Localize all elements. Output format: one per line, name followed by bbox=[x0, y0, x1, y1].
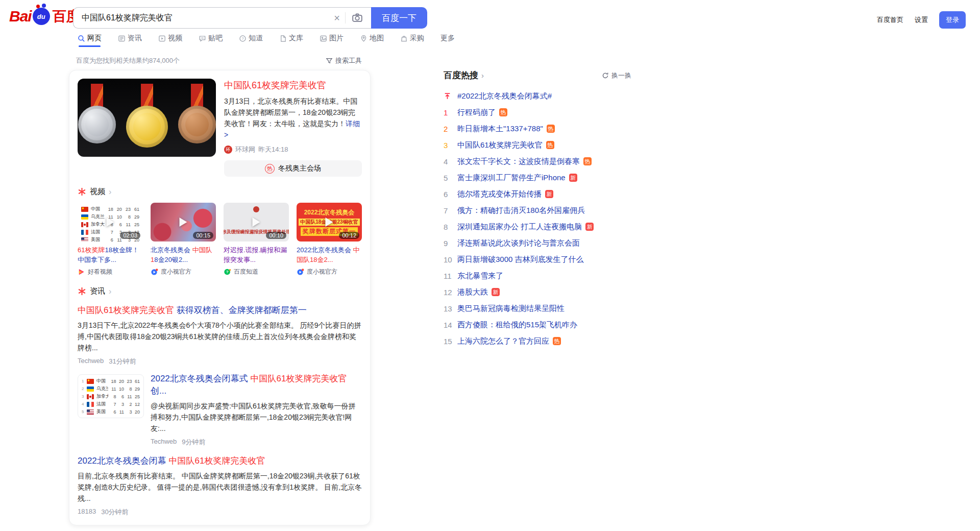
video-title[interactable]: 对迟报.谎报.瞒报和漏报突发事... bbox=[224, 245, 289, 264]
hot-search-item: 13奥巴马新冠病毒检测结果呈阳性 bbox=[444, 300, 631, 317]
tab-采购[interactable]: 采购 bbox=[400, 34, 424, 47]
camera-icon[interactable] bbox=[346, 12, 365, 23]
clear-icon[interactable]: × bbox=[329, 12, 345, 24]
video-title[interactable]: 61枚奖牌18枚金牌！中国拿下多... bbox=[78, 245, 143, 264]
news-title[interactable]: 2022北京冬残奥会闭幕 中国队61枚奖牌完美收官 bbox=[78, 455, 362, 467]
hot-search-item: 7俄方：精确打击消灭180名外国雇佣兵 bbox=[444, 202, 631, 219]
tab-网页[interactable]: 网页 bbox=[78, 34, 102, 47]
hot-search-list: #2022北京冬残奥会闭幕式#1行程码崩了热2昨日新增本土"1337+788"热… bbox=[444, 88, 631, 349]
funnel-icon bbox=[326, 57, 333, 64]
settings-link[interactable]: 设置 bbox=[915, 15, 928, 25]
baidu-home-link[interactable]: 百度首页 bbox=[877, 15, 903, 25]
rank: 5 bbox=[82, 409, 84, 414]
hot-search-header[interactable]: 百度热搜 › bbox=[444, 69, 484, 81]
baidu-logo[interactable]: Bai du 百度 bbox=[9, 7, 80, 26]
news-title[interactable]: 2022北京冬残奥会闭幕式 中国队61枚奖牌完美收官 创... bbox=[151, 373, 362, 397]
medal-count: 6 bbox=[119, 394, 125, 399]
hot-search-link[interactable]: 张文宏千字长文：这波疫情是倒春寒 bbox=[457, 157, 580, 166]
tab-label: 图片 bbox=[329, 34, 344, 43]
chevron-right-icon: › bbox=[481, 71, 484, 80]
hot-search-link[interactable]: #2022北京冬残奥会闭幕式# bbox=[457, 91, 552, 101]
country-name: 乌克兰 bbox=[91, 213, 105, 220]
medal-count: 23 bbox=[125, 207, 131, 212]
play-icon bbox=[253, 218, 260, 227]
video-title[interactable]: 北京冬残奥会 中国队18金20银2... bbox=[151, 245, 216, 264]
video-source: 度小视官方 bbox=[151, 268, 216, 276]
hot-search-item: 14西方傻眼：租给俄的515架飞机咋办 bbox=[444, 317, 631, 333]
text-part: 中国队61枚奖牌完美收官 bbox=[78, 305, 177, 315]
hot-rank: 12 bbox=[444, 288, 457, 297]
refresh-button[interactable]: 换一换 bbox=[602, 71, 631, 80]
duxiaoshi-icon bbox=[297, 268, 304, 276]
svg-text:?: ? bbox=[241, 36, 243, 41]
country-name: 乌克兰 bbox=[96, 385, 108, 392]
medal-standings-thumb[interactable]: 1中国182023612乌克兰11108293加拿大8611254法国73212… bbox=[78, 374, 144, 418]
video-section-title: 视频 bbox=[90, 187, 105, 197]
news-time: 30分钟前 bbox=[101, 508, 128, 517]
video-list: 中国18202361乌克兰1110829加拿大861125法国73212美国61… bbox=[78, 203, 362, 276]
tab-视频[interactable]: 视频 bbox=[158, 34, 182, 47]
hot-topic-bar[interactable]: 热 冬残奥主会场 bbox=[224, 160, 362, 177]
hot-search-link[interactable]: 德尔塔克戎变体开始传播 bbox=[457, 189, 542, 199]
medal-count: 29 bbox=[133, 214, 139, 220]
search-button[interactable]: 百度一下 bbox=[371, 7, 427, 29]
tab-更多[interactable]: 更多 bbox=[440, 34, 455, 47]
tab-知道[interactable]: ?知道 bbox=[239, 34, 263, 47]
search-form: × 百度一下 bbox=[73, 7, 427, 29]
medals-image[interactable] bbox=[78, 79, 216, 157]
hot-search-link[interactable]: 俄方：精确打击消灭180名外国雇佣兵 bbox=[457, 206, 585, 215]
hot-search-link[interactable]: 两日新增破3000 吉林到底发生了什么 bbox=[457, 255, 584, 264]
card-time: 昨天14:18 bbox=[258, 145, 288, 154]
news-section-header[interactable]: 资讯 › bbox=[78, 286, 362, 296]
tieba-icon bbox=[199, 35, 206, 42]
tab-地图[interactable]: 地图 bbox=[360, 34, 384, 47]
card-title[interactable]: 中国队61枚奖牌完美收官 bbox=[224, 79, 362, 91]
video-thumbnail[interactable]: 00:15 bbox=[151, 203, 216, 242]
search-tools[interactable]: 搜索工具 bbox=[326, 56, 362, 65]
news-item: 1中国182023612乌克兰11108293加拿大8611254法国73212… bbox=[78, 374, 362, 447]
map-icon bbox=[360, 35, 368, 42]
medal-count: 3 bbox=[127, 409, 132, 415]
hot-search-link[interactable]: 行程码崩了 bbox=[457, 108, 496, 117]
news-time: 9分钟前 bbox=[182, 438, 205, 447]
tab-label: 视频 bbox=[168, 34, 182, 43]
hot-search-link[interactable]: 富士康深圳工厂暂停生产iPhone bbox=[457, 173, 566, 183]
rank: 4 bbox=[82, 402, 84, 406]
video-thumbnail[interactable]: 2022北京冬残奥会中国队18金20银23铜收官奖牌数断层式第一00:12 bbox=[297, 203, 362, 242]
hot-search-link[interactable]: 东北暴雪来了 bbox=[457, 271, 503, 281]
video-thumbnail[interactable]: 涉及缓报瞒报漏报疫情将严肃处理00:10 bbox=[224, 203, 289, 242]
news-title[interactable]: 中国队61枚奖牌完美收官 获得双榜首、金牌奖牌都断层第一 bbox=[78, 304, 362, 317]
hot-search-link[interactable]: 昨日新增本土"1337+788" bbox=[457, 124, 543, 134]
tab-贴吧[interactable]: 贴吧 bbox=[199, 34, 223, 47]
medal-count: 7 bbox=[111, 402, 116, 407]
video-thumbnail[interactable]: 中国18202361乌克兰1110829加拿大861125法国73212美国61… bbox=[78, 203, 143, 242]
medal-count: 8 bbox=[125, 214, 131, 220]
flag-cn-icon bbox=[81, 207, 88, 212]
medal-count: 11 bbox=[111, 387, 116, 392]
hot-search-link[interactable]: 中国队61枚奖牌完美收官 bbox=[457, 140, 543, 150]
login-button[interactable]: 登录 bbox=[939, 11, 966, 29]
medal-count: 3 bbox=[119, 402, 125, 407]
tab-文库[interactable]: 文库 bbox=[279, 34, 303, 47]
hot-search-link[interactable]: 奥巴马新冠病毒检测结果呈阳性 bbox=[457, 304, 565, 313]
hot-search-link[interactable]: 港股大跌 bbox=[457, 287, 488, 297]
haokan-icon bbox=[78, 268, 85, 276]
tab-图片[interactable]: 图片 bbox=[320, 34, 344, 47]
news-source-row: Techweb9分钟前 bbox=[151, 438, 362, 447]
medal-count: 61 bbox=[135, 379, 140, 384]
tab-资讯[interactable]: 资讯 bbox=[118, 34, 142, 47]
search-input[interactable] bbox=[82, 13, 329, 22]
tab-label: 文库 bbox=[289, 34, 303, 43]
video-section-header[interactable]: 视频 › bbox=[78, 187, 362, 197]
results-column: 中国队61枚奖牌完美收官 3月13日，北京冬残奥所有比赛结束。中国队金牌奖牌都断… bbox=[69, 70, 371, 531]
hot-search-link[interactable]: 上海六院怎么了？官方回应 bbox=[457, 336, 549, 346]
hot-rank: 9 bbox=[444, 239, 457, 248]
flag-us-icon bbox=[87, 409, 94, 415]
hot-search-link[interactable]: 西方傻眼：租给俄的515架飞机咋办 bbox=[457, 320, 577, 330]
medal-count: 18 bbox=[111, 379, 116, 384]
hot-search-link[interactable]: 深圳通知居家办公 打工人连夜搬电脑 bbox=[457, 222, 582, 232]
video-title[interactable]: 2022北京冬残奥会 中国队18金2... bbox=[297, 245, 362, 264]
hot-search-item: 2昨日新增本土"1337+788"热 bbox=[444, 120, 631, 137]
hot-search-link[interactable]: 泽连斯基说此次谈判讨论与普京会面 bbox=[457, 238, 580, 248]
hot-search-item: 11东北暴雪来了 bbox=[444, 268, 631, 284]
